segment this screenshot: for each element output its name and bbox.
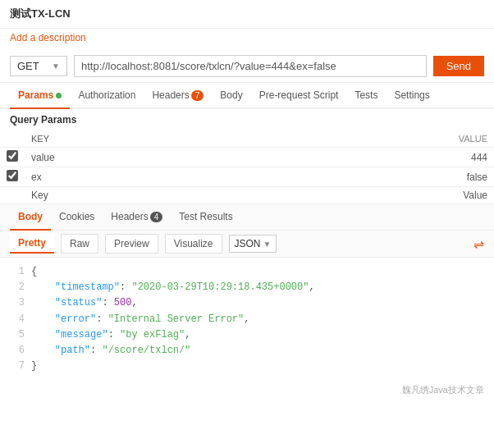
format-chevron-icon: ▼ [263,240,272,249]
method-chevron-icon: ▼ [52,62,60,71]
format-label: JSON [235,238,261,249]
method-select[interactable]: GET ▼ [10,56,67,76]
title-bar: 测试TX-LCN Add a description [0,0,494,50]
table-row: ex false [0,167,494,187]
view-preview-button[interactable]: Preview [105,234,158,254]
code-line-1: 1 { [10,264,484,280]
code-line-5: 5 "message": "by exFlag", [10,327,484,343]
tab-tests[interactable]: Tests [346,83,386,109]
result-tab-test-results[interactable]: Test Results [171,204,240,231]
add-description-link[interactable]: Add a description [10,32,86,43]
param-empty-value[interactable]: Value [272,187,494,204]
param-row-2-value[interactable]: false [272,167,494,187]
method-label: GET [17,60,39,72]
tab-authorization[interactable]: Authorization [70,83,144,109]
code-line-2: 2 "timestamp": "2020-03-29T10:29:18.435+… [10,280,484,295]
param-row-1-checkbox[interactable] [7,150,18,162]
table-row: value 444 [0,148,494,167]
param-row-2-key[interactable]: ex [25,167,272,187]
param-row-2-checkbox[interactable] [7,170,18,181]
tab-pre-request[interactable]: Pre-request Script [251,83,347,109]
col-value-header: VALUE [272,130,494,148]
request-tabs: Params Authorization Headers7 Body Pre-r… [0,83,494,109]
query-params-title: Query Params [0,109,494,130]
params-dot-icon [56,93,62,98]
table-row-empty: Key Value [0,187,494,204]
send-button[interactable]: Send [433,56,484,76]
param-row-1-key[interactable]: value [25,148,272,167]
watermark-text: 魏凡绣Java技术文章 [402,385,484,395]
code-line-7: 7 } [10,359,484,374]
format-select[interactable]: JSON ▼ [229,235,277,253]
code-line-3: 3 "status": 500, [10,295,484,311]
indent-icon[interactable]: ⇌ [473,236,484,252]
params-table: KEY VALUE value 444 ex false Key Value [0,130,494,204]
url-input[interactable] [74,55,427,77]
response-toolbar: Pretty Raw Preview Visualize JSON ▼ ⇌ [0,231,494,258]
result-tab-headers[interactable]: Headers4 [103,204,171,231]
code-area: 1 { 2 "timestamp": "2020-03-29T10:29:18.… [0,258,494,381]
tab-body[interactable]: Body [212,83,250,109]
col-key-header: KEY [25,130,272,148]
watermark: 魏凡绣Java技术文章 [0,381,494,403]
code-line-6: 6 "path": "/score/txlcn/" [10,343,484,359]
tab-settings[interactable]: Settings [386,83,437,109]
tab-headers[interactable]: Headers7 [144,83,212,109]
tab-params[interactable]: Params [10,83,70,109]
result-tab-cookies[interactable]: Cookies [51,204,103,231]
view-visualize-button[interactable]: Visualize [165,234,222,254]
param-empty-key[interactable]: Key [25,187,272,204]
param-row-1-value[interactable]: 444 [272,148,494,167]
view-pretty-button[interactable]: Pretty [10,234,54,254]
request-row: GET ▼ Send [0,50,494,83]
code-line-4: 4 "error": "Internal Server Error", [10,312,484,327]
result-tabs: Body Cookies Headers4 Test Results [0,204,494,231]
result-tab-body[interactable]: Body [10,204,51,231]
page-title: 测试TX-LCN [10,7,71,20]
view-raw-button[interactable]: Raw [61,234,98,254]
